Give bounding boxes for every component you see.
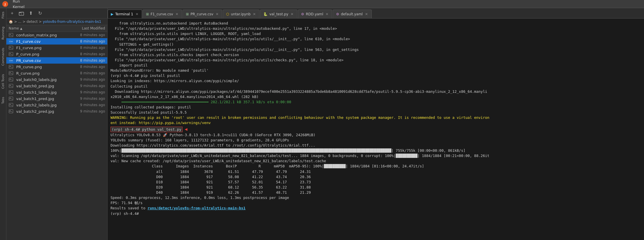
tab-untar-ipynb[interactable]: ⬡ untar.ipynb ✕ — [223, 10, 260, 18]
file-date: 9 minutes ago — [70, 77, 105, 82]
file-item[interactable]: val_batch0_labels.jpg 9 minutes ago — [6, 76, 107, 83]
file-item[interactable]: P_curve.png 8 minutes ago — [6, 51, 107, 57]
terminal-line: x2010_x86_64.manylinux_2_17_x86_64.manyl… — [111, 94, 641, 99]
file-icon — [9, 96, 14, 101]
file-name: val_batch2_pred.jpg — [16, 109, 70, 114]
menu-run[interactable]: Run — [10, 0, 30, 4]
file-date: 9 minutes ago — [70, 90, 105, 94]
tab-close-button[interactable]: ✕ — [290, 12, 294, 16]
tab-f1-curve-csv[interactable]: ⊞ F1_curve.csv ✕ — [143, 10, 182, 18]
file-date: 8 minutes ago — [70, 46, 105, 50]
terminal-line: ━━━━━━━━━━━━━━━━━━━━━━━━━━━━━━━━━━━━━━━━… — [111, 99, 641, 105]
file-icon — [9, 45, 14, 50]
file-item[interactable]: val_batch2_labels.jpg 9 minutes ago — [6, 102, 107, 108]
svg-text:J: J — [4, 3, 5, 6]
terminal-line: ModuleNotFoundError: No module named 'ps… — [111, 68, 641, 73]
terminal-icon: ▶ — [111, 12, 113, 16]
file-item[interactable]: confusion_matrix.png 8 minutes ago — [6, 32, 107, 38]
file-date: 9 minutes ago — [70, 97, 105, 101]
file-name: PR_curve.csv — [16, 58, 70, 63]
terminal-line: 100%|███████████████████████████████████… — [111, 148, 641, 153]
terminal-line: (vrp) sh-4.4# — [111, 211, 641, 216]
sidebar-label-cell-tools[interactable]: Cell Tools — [1, 73, 5, 90]
file-browser-toolbar: + + ⬆ ↻ — [6, 8, 107, 19]
terminal-line: from ultralytics.yolo.utils import LINUX… — [111, 31, 641, 36]
tab-label: Terminal 1 — [115, 12, 133, 16]
upload-button[interactable]: ⬆ — [27, 10, 34, 17]
svg-rect-26 — [9, 103, 13, 107]
ipynb-icon: ⬡ — [226, 12, 229, 16]
file-item[interactable]: R_curve.png 8 minutes ago — [6, 70, 107, 76]
sort-arrow: ▲ — [20, 27, 22, 30]
file-item[interactable]: val_batch0_pred.jpg 9 minutes ago — [6, 83, 107, 89]
file-item[interactable]: val_batch1_labels.jpg 9 minutes ago — [6, 89, 107, 95]
terminal-line: val: Scanning /opt/data/private/user_LWD… — [111, 153, 641, 158]
new-folder-button[interactable]: + — [18, 10, 25, 17]
terminal-line: Downloading https://ultralytics.com/asse… — [111, 143, 641, 148]
file-date: 9 minutes ago — [70, 103, 105, 107]
tab-close-button[interactable]: ✕ — [325, 12, 329, 16]
sidebar-label-tabs[interactable]: Tabs — [1, 96, 5, 105]
file-item[interactable]: F1_curve.png 8 minutes ago — [6, 45, 107, 51]
column-name-label: Name — [9, 26, 19, 30]
terminal-line: Installing collected packages: psutil — [111, 105, 641, 110]
file-list-header: Name ▲ Last Modified — [6, 25, 107, 32]
csv-icon: ⊞ — [146, 12, 149, 16]
new-file-button[interactable]: + — [9, 10, 16, 17]
terminal-line: val: New cache created: /opt/data/privat… — [111, 158, 641, 164]
file-item[interactable]: CSV PR_curve.csv 8 minutes ago — [6, 57, 107, 64]
column-modified[interactable]: Last Modified — [70, 26, 105, 30]
terminal-line: YOLOv8s summary (fused): 168 layers, 111… — [111, 138, 641, 143]
file-date: 8 minutes ago — [70, 52, 105, 56]
tab-val-test-py[interactable]: 🐍 val_test.py ✕ — [260, 10, 297, 18]
tab-close-button[interactable]: ✕ — [365, 12, 369, 16]
breadcrumb: 🏠 > ... > detect > yolov8s-from-ultralyt… — [6, 19, 107, 25]
sidebar-label-commands[interactable]: Commands — [1, 47, 5, 67]
file-date: 8 minutes ago — [70, 33, 105, 37]
column-name[interactable]: Name ▲ — [9, 26, 70, 30]
file-name: val_batch1_labels.jpg — [16, 90, 70, 95]
tab-close-button[interactable]: ✕ — [135, 12, 139, 16]
file-item[interactable]: val_batch2_pred.jpg 9 minutes ago — [6, 108, 107, 115]
file-name: R_curve.png — [16, 71, 70, 75]
file-list: confusion_matrix.png 8 minutes ago CSV F… — [6, 32, 107, 240]
file-date: 9 minutes ago — [70, 109, 105, 113]
sidebar-labels: Files Running Commands Cell Tools Tabs — [0, 8, 6, 240]
sidebar-label-running[interactable]: Running — [1, 25, 5, 41]
tab-terminal-1[interactable]: ▶ Terminal 1 ✕ — [108, 10, 142, 18]
file-icon: CSV — [9, 39, 14, 44]
terminal-line: import psutil — [111, 63, 641, 68]
csv-icon: ⊞ — [186, 12, 189, 16]
file-name: F1_curve.csv — [16, 39, 70, 44]
tab-rdd-yaml[interactable]: ⚙ RDD.yaml ✕ — [298, 10, 332, 18]
file-icon — [9, 103, 14, 107]
tab-close-button[interactable]: ✕ — [215, 12, 219, 16]
terminal-line: ent instead: https://pip.pypa.io/warning… — [111, 120, 641, 125]
tab-default-yaml[interactable]: ⚙ default.yaml ✕ — [333, 10, 371, 18]
svg-rect-4 — [9, 33, 13, 37]
file-item[interactable]: PR_curve.png 8 minutes ago — [6, 64, 107, 70]
py-icon: 🐍 — [263, 12, 268, 16]
tab-close-button[interactable]: ✕ — [252, 12, 256, 16]
terminal-line: (vrp) sh-4.4# python val_test.py ◀ — [111, 126, 641, 132]
tab-pr-curve-csv[interactable]: ⊞ PR_curve.csv ✕ — [183, 10, 222, 18]
file-icon — [9, 71, 14, 75]
file-item[interactable]: val_batch1_pred.jpg 9 minutes ago — [6, 95, 107, 102]
file-item[interactable]: CSV F1_curve.csv 8 minutes ago — [6, 38, 107, 45]
refresh-button[interactable]: ↻ — [36, 10, 43, 17]
tabs-bar: ▶ Terminal 1 ✕ ⊞ F1_curve.csv ✕ ⊞ PR_cur… — [108, 8, 644, 19]
terminal-line: Results saved to runs/detect/yolov8s-fro… — [111, 206, 641, 211]
terminal-line: File "/opt/data/private/user_LWD/ultraly… — [111, 47, 641, 52]
yaml-icon: ⚙ — [301, 12, 304, 16]
svg-rect-10 — [9, 52, 13, 56]
sidebar-label-files[interactable]: Files — [1, 10, 5, 20]
file-date: 9 minutes ago — [70, 84, 105, 88]
tab-close-button[interactable]: ✕ — [175, 12, 179, 16]
file-name: val_batch2_labels.jpg — [16, 103, 70, 107]
file-name: F1_curve.png — [16, 46, 70, 50]
terminal-line: File "/opt/data/private/user_LWD/ultraly… — [111, 36, 641, 42]
terminal-line: Collecting psutil — [111, 84, 641, 89]
terminal-line: Downloading https://mirrors.aliyun.com/p… — [111, 89, 641, 94]
terminal[interactable]: from ultralytics.nn.autobackend import A… — [108, 19, 644, 240]
terminal-line: from ultralytics.nn.autobackend import A… — [111, 21, 641, 26]
